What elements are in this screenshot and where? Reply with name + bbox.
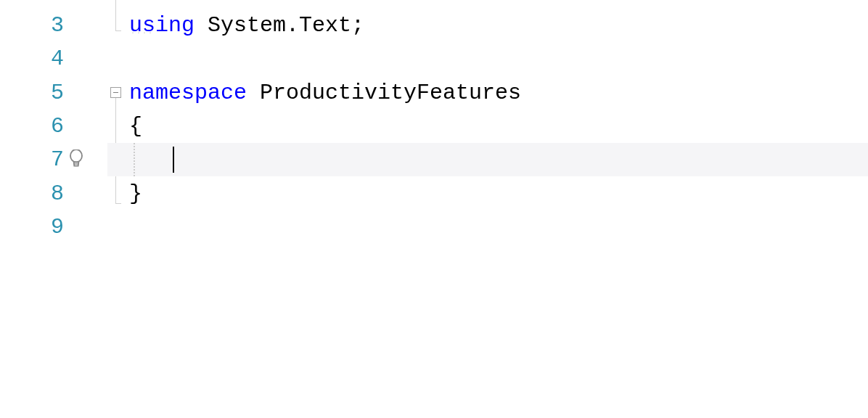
line-number: 7 [35, 143, 64, 176]
code-line: namespace ProductivityFeatures [129, 76, 868, 110]
keyword: namespace [129, 81, 247, 105]
line-number: 6 [35, 110, 64, 143]
current-line-highlight [107, 143, 868, 176]
gutter: 3 4 5 6 7 8 9 [0, 0, 94, 418]
svg-point-0 [70, 149, 82, 162]
outline-guide-end [115, 30, 121, 31]
line-number: 3 [35, 9, 64, 42]
line-number: 5 [35, 76, 64, 110]
keyword: using [129, 13, 195, 38]
code-text: ProductivityFeatures [247, 81, 521, 105]
code-text: System.Text; [195, 13, 364, 38]
code-line: { [129, 110, 868, 143]
fold-toggle[interactable] [110, 87, 121, 98]
code-text: } [129, 181, 142, 206]
code-area[interactable]: ···· using System.Text; namespace Produc… [94, 0, 868, 418]
code-editor[interactable]: 3 4 5 6 7 8 9 ···· using System.Text; [0, 0, 868, 418]
line-number: 4 [35, 42, 64, 75]
code-line: using System.Text; [129, 9, 868, 42]
outline-guide-end [115, 203, 121, 204]
lightbulb-icon[interactable] [68, 149, 84, 166]
text-cursor [173, 147, 174, 173]
line-number: 8 [35, 177, 64, 210]
code-text: { [129, 114, 142, 139]
code-line: } [129, 177, 868, 210]
indent-guide [134, 143, 135, 176]
outline-guide [115, 0, 116, 30]
line-number: 9 [35, 210, 64, 244]
